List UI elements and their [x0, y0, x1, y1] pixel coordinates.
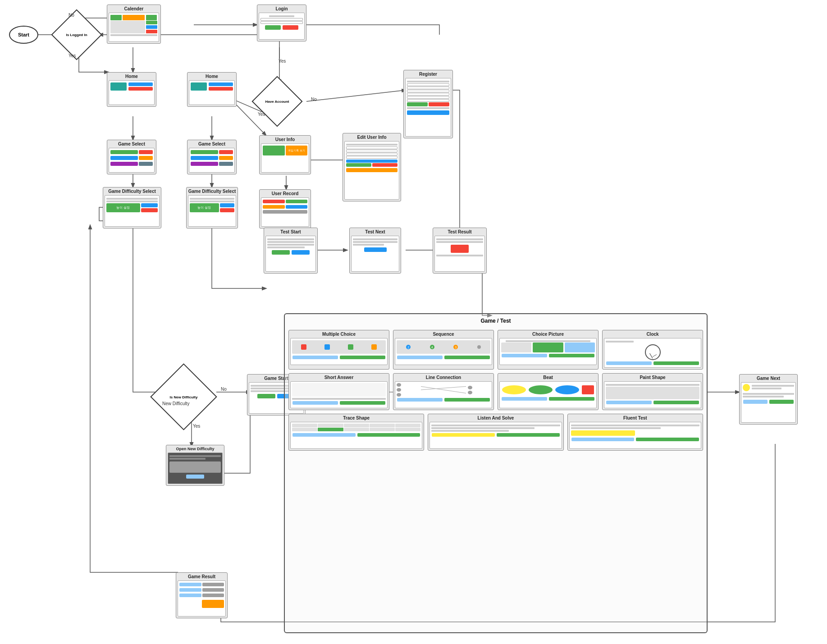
trace-shape-title: Trace Shape [290, 416, 422, 420]
register-title: Register [405, 72, 451, 77]
test-start-title: Test Start [265, 229, 316, 234]
paint-shape-screen: Paint Shape [602, 373, 703, 410]
choice-picture-title: Choice Picture [499, 332, 597, 337]
no-label-logged-in: No [69, 13, 74, 18]
no-label-difficulty: No [221, 387, 227, 392]
svg-line-20 [421, 387, 466, 390]
is-new-difficulty-node: Is New Difficulty [160, 373, 207, 420]
paint-shape-title: Paint Shape [604, 375, 701, 380]
listen-and-solve-title: Listen And Solve [429, 416, 562, 420]
login-screen: Login [257, 5, 306, 41]
calender-title: Calender [109, 6, 159, 11]
game-result-title: Game Result [178, 574, 226, 579]
have-account-label: Have Account [265, 100, 289, 104]
fluent-test-screen: Fluent Test [567, 414, 703, 451]
beat-screen: Beat [498, 373, 599, 410]
test-next-title: Test Next [351, 229, 399, 234]
edit-user-info-title: Edit User Info [344, 135, 399, 140]
test-next-screen: Test Next [349, 228, 401, 274]
beat-title: Beat [499, 375, 597, 380]
game-diff-left-screen: Game Difficulty Select 높이 설정 [103, 187, 161, 228]
no-label-account: No [311, 97, 317, 102]
user-record-screen: User Record [259, 189, 311, 228]
sequence-title: Sequence [395, 332, 492, 337]
test-start-screen: Test Start [264, 228, 318, 274]
multiple-choice-screen: Multiple Choice [288, 330, 389, 370]
open-new-difficulty-screen: Open New Difficulty [166, 445, 224, 486]
home-left-screen: Home [107, 72, 156, 107]
clock-title: Clock [604, 332, 701, 337]
listen-and-solve-screen: Listen And Solve [428, 414, 563, 451]
user-info-title: User Info [261, 137, 309, 142]
clock-screen: Clock [602, 330, 703, 370]
register-screen: Register [403, 70, 453, 138]
game-diff-left-title: Game Difficulty Select [105, 189, 160, 194]
is-logged-in-label: Is Logged In [66, 33, 87, 37]
calender-screen: Calender [107, 5, 161, 44]
user-record-title: User Record [261, 191, 309, 196]
game-diff-right-screen: Game Difficulty Select 높이 설정 [186, 187, 238, 228]
test-result-screen: Test Result [433, 228, 487, 274]
login-title: Login [259, 6, 305, 11]
game-test-label: Game / Test [285, 314, 707, 324]
line-connection-screen: Line Connection [393, 373, 494, 410]
new-difficulty-label: New Difficulty [162, 401, 189, 406]
game-select-right-title: Game Select [189, 142, 235, 146]
yes-label-login: Yes [279, 59, 286, 64]
edit-user-info-screen: Edit User Info [343, 133, 401, 201]
trace-shape-screen: Trace Shape [288, 414, 424, 451]
is-logged-in-node: Is Logged In [59, 17, 99, 57]
user-info-screen: User Info 게임기록 보기 [259, 135, 311, 174]
home-right-title: Home [189, 74, 235, 79]
svg-line-19 [421, 387, 466, 393]
game-diff-right-title: Game Difficulty Select [188, 189, 236, 194]
open-new-difficulty-title: Open New Difficulty [168, 447, 223, 451]
game-result-screen: Game Result [176, 572, 228, 618]
game-next-screen: Game Next [739, 374, 798, 425]
game-next-title: Game Next [741, 376, 796, 381]
game-select-left-title: Game Select [109, 142, 155, 146]
home-right-screen: Home [187, 72, 237, 107]
game-select-left-screen: Game Select [107, 140, 156, 174]
test-result-title: Test Result [434, 229, 485, 234]
short-answer-screen: Short Answer [288, 373, 389, 410]
is-new-difficulty-label: Is New Difficulty [168, 395, 200, 399]
choice-picture-screen: Choice Picture [498, 330, 599, 370]
short-answer-title: Short Answer [290, 375, 388, 380]
multiple-choice-title: Multiple Choice [290, 332, 388, 337]
start-label: Start [18, 32, 29, 37]
home-left-title: Home [109, 74, 155, 79]
have-account-node: Have Account [259, 83, 300, 124]
game-select-right-screen: Game Select [187, 140, 237, 174]
yes-label-logged-in: Yes [69, 53, 76, 58]
fluent-test-title: Fluent Test [569, 416, 701, 420]
sequence-screen: Sequence 2 4 3 [393, 330, 494, 370]
line-connection-title: Line Connection [395, 375, 492, 380]
game-test-container: Game / Test Multiple Choice [284, 313, 708, 633]
start-node: Start [9, 26, 38, 44]
svg-line-4 [306, 90, 406, 101]
yes-label-account: Yes [258, 112, 265, 117]
yes-label-difficulty: Yes [193, 424, 200, 429]
